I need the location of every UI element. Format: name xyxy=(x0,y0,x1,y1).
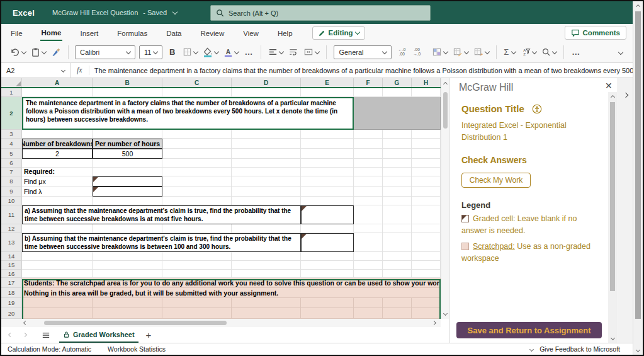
merge-cells-button[interactable] xyxy=(303,47,319,57)
cell-name-box[interactable]: A2 xyxy=(1,63,71,78)
tab-review[interactable]: Review xyxy=(199,26,225,40)
cell-A4[interactable]: Number of breakdowns xyxy=(22,139,93,149)
cell-F1[interactable] xyxy=(354,88,383,97)
check-my-work-button[interactable]: Check My Work xyxy=(461,173,531,188)
conditional-formatting-button[interactable] xyxy=(432,47,448,57)
cell-B14[interactable] xyxy=(93,252,162,261)
feedback-link[interactable]: Give Feedback to Microsoft xyxy=(539,345,620,353)
tab-file[interactable]: File xyxy=(9,26,24,40)
cell-B1[interactable] xyxy=(93,88,162,97)
cell-G8[interactable] xyxy=(383,176,412,187)
cell-E4[interactable] xyxy=(301,139,354,149)
cell-B12[interactable] xyxy=(93,224,162,233)
cell-E11[interactable] xyxy=(301,205,354,224)
column-header-D[interactable]: D xyxy=(232,78,301,87)
app-scroll-thumb[interactable] xyxy=(635,11,641,319)
panel-scroll-down-icon[interactable] xyxy=(608,333,617,342)
grid-horizontal-scrollbar[interactable] xyxy=(1,319,441,327)
cell-F11[interactable] xyxy=(354,205,383,224)
column-header-C[interactable]: C xyxy=(162,78,232,87)
cell-E8[interactable] xyxy=(301,176,354,187)
cell-C14[interactable] xyxy=(162,252,232,261)
cell-C3[interactable] xyxy=(162,130,232,139)
paste-button[interactable] xyxy=(31,47,46,57)
cell-A19[interactable] xyxy=(22,298,93,308)
cell-E19[interactable] xyxy=(301,298,354,308)
cell-E13[interactable] xyxy=(301,233,354,252)
cell-C20[interactable] xyxy=(162,308,232,319)
cell-A18[interactable]: Nothing in this area will be graded, but… xyxy=(22,288,441,298)
cell-E9[interactable] xyxy=(301,187,354,197)
cell-E14[interactable] xyxy=(301,252,354,261)
cell-B16[interactable] xyxy=(93,270,162,278)
tab-formulas[interactable]: Formulas xyxy=(116,26,149,40)
tab-data[interactable]: Data xyxy=(165,26,183,40)
find-button[interactable] xyxy=(541,47,556,57)
select-all-corner[interactable] xyxy=(1,78,22,87)
cell-G9[interactable] xyxy=(383,187,412,197)
cell-G3[interactable] xyxy=(383,130,412,139)
cell-G19[interactable] xyxy=(383,298,412,308)
cell-H19[interactable] xyxy=(412,298,441,308)
font-name-select[interactable]: Calibri xyxy=(75,45,135,59)
cell-G4[interactable] xyxy=(383,139,412,149)
cell-E3[interactable] xyxy=(301,130,354,139)
cell-D15[interactable] xyxy=(232,261,301,270)
cell-E20[interactable] xyxy=(301,308,354,319)
cell-H3[interactable] xyxy=(412,130,441,139)
collapse-panel-chevron-icon[interactable] xyxy=(623,93,628,98)
save-and-return-button[interactable]: Save and Return to Assignment xyxy=(456,322,602,338)
scroll-down-icon[interactable] xyxy=(441,309,449,318)
cell-B7[interactable] xyxy=(93,168,162,176)
cell-D8[interactable] xyxy=(232,176,301,187)
document-title[interactable]: McGraw Hill Excel Question xyxy=(52,9,138,16)
collapse-ribbon-chevron-icon[interactable] xyxy=(618,49,623,54)
close-panel-button[interactable]: ✕ xyxy=(605,81,613,91)
cell-G11[interactable] xyxy=(383,205,412,224)
cell-B20[interactable] xyxy=(93,308,162,319)
cell-E12[interactable] xyxy=(301,224,354,233)
cell-A15[interactable] xyxy=(22,261,93,270)
decrease-decimal-button[interactable]: ←.0.00 xyxy=(398,48,405,56)
format-painter-button[interactable] xyxy=(51,47,61,57)
cell-C19[interactable] xyxy=(162,298,232,308)
cell-B6[interactable] xyxy=(93,159,162,168)
formula-input[interactable]: The maintenance department in a factory … xyxy=(89,67,643,74)
cell-F19[interactable] xyxy=(354,298,383,308)
cell-A10[interactable] xyxy=(22,197,93,205)
row-header-18[interactable]: 18 xyxy=(1,288,22,298)
cell-A7[interactable]: Required: xyxy=(22,168,93,176)
cell-A14[interactable] xyxy=(22,252,93,261)
column-header-B[interactable]: B xyxy=(93,78,162,87)
row-header-2[interactable]: 2 xyxy=(1,97,22,130)
cell-E5[interactable] xyxy=(301,149,354,159)
cell-H8[interactable] xyxy=(412,176,441,187)
cell-G7[interactable] xyxy=(383,168,412,176)
cell-D7[interactable] xyxy=(232,168,301,176)
bold-button[interactable]: B xyxy=(169,47,175,57)
app-scroll-up-icon[interactable] xyxy=(633,2,643,11)
app-vertical-scrollbar[interactable] xyxy=(633,1,643,355)
cell-B19[interactable] xyxy=(93,298,162,308)
more-font-options-button[interactable]: … xyxy=(244,47,253,57)
panel-scrollbar[interactable] xyxy=(608,92,617,343)
tab-view[interactable]: View xyxy=(242,26,260,40)
row-header-14[interactable]: 14 xyxy=(1,252,22,261)
cell-C12[interactable] xyxy=(162,224,232,233)
more-toolbar-options-button[interactable]: … xyxy=(572,47,580,57)
row-header-12[interactable]: 12 xyxy=(1,224,22,233)
cell-C4[interactable] xyxy=(162,139,232,149)
cell-D4[interactable] xyxy=(232,139,301,149)
cell-H15[interactable] xyxy=(412,261,441,270)
cell-D1[interactable] xyxy=(232,88,301,97)
cell-F15[interactable] xyxy=(354,261,383,270)
align-button[interactable] xyxy=(268,47,283,57)
cell-E7[interactable] xyxy=(301,168,354,176)
scratchpad-link[interactable]: Scratchpad: xyxy=(473,242,515,251)
row-header-1[interactable]: 1 xyxy=(1,88,22,97)
cell-B4[interactable]: Per number of hours xyxy=(93,139,162,149)
scroll-up-icon[interactable] xyxy=(441,79,449,88)
cell-C7[interactable] xyxy=(162,168,232,176)
cell-A13[interactable]: b) Assuming that the maintenance departm… xyxy=(22,233,301,252)
cell-F10[interactable] xyxy=(354,197,383,205)
